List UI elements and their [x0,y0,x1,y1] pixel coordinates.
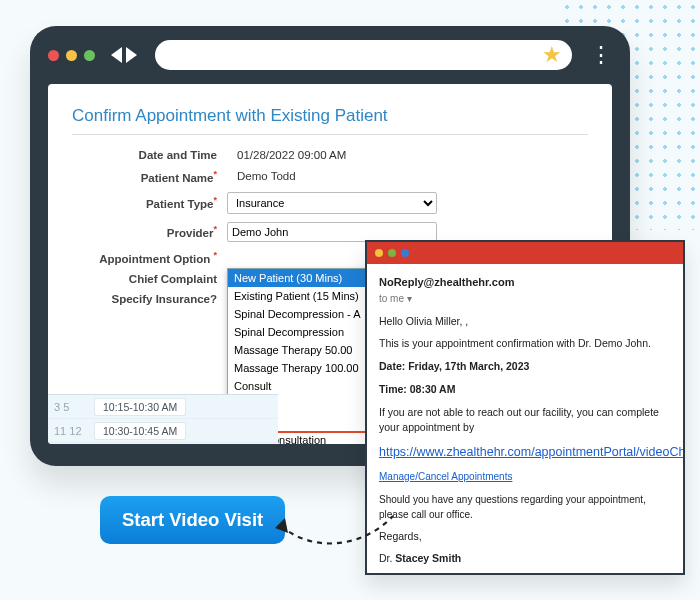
close-icon[interactable] [48,50,59,61]
forward-icon[interactable] [126,47,137,63]
timeslot-row[interactable]: 11 12 10:30-10:45 AM [48,419,278,443]
label-patient-name: Patient Name* [72,169,227,184]
slot-time: 10:15-10:30 AM [94,398,186,416]
value-datetime: 01/28/2022 09:00 AM [227,149,588,161]
email-from: NoReply@zhealthehr.com [379,274,671,291]
value-patient-name: Demo Todd [227,170,588,182]
label-specify-insurance: Specify Insurance? [72,293,227,305]
email-time: Time: 08:30 AM [379,382,671,398]
maximize-icon[interactable] [84,50,95,61]
divider [72,134,588,135]
timeslot-strip: 3 5 10:15-10:30 AM 11 12 10:30-10:45 AM [48,394,278,444]
back-icon[interactable] [111,47,122,63]
slot-num: 3 5 [54,401,84,413]
label-provider: Provider* [72,224,227,239]
email-cannot: If you are not able to reach out our fac… [379,405,671,437]
value-provider [227,222,588,242]
row-datetime: Date and Time 01/28/2022 09:00 AM [72,149,588,161]
timeslot-row[interactable]: 3 5 10:15-10:30 AM [48,395,278,419]
label-chief-complaint: Chief Complaint [72,273,227,285]
email-tome[interactable]: to me ▾ [379,291,671,306]
email-greeting: Hello Olivia Miller, , [379,314,671,330]
value-patient-type: Insurance [227,192,588,214]
email-window: NoReply@zhealthehr.com to me ▾ Hello Oli… [365,240,685,575]
row-patient-name: Patient Name* Demo Todd [72,169,588,184]
email-titlebar [367,242,683,264]
slot-time: 10:30-10:45 AM [94,422,186,440]
email-questions: Should you have any questions regarding … [379,492,671,522]
more-menu-icon[interactable]: ⋮ [590,51,612,60]
provider-input[interactable] [227,222,437,242]
email-video-link[interactable]: https://www.zhealthehr.com/appointmentPo… [379,445,685,459]
row-provider: Provider* [72,222,588,242]
label-patient-type: Patient Type* [72,195,227,210]
patient-type-select[interactable]: Insurance [227,192,437,214]
email-intro: This is your appointment confirmation wi… [379,336,671,352]
mail-dot-icon [401,249,409,257]
label-appointment-option: Appointment Option * [72,250,227,265]
email-addr: 100 Main St, San Francisco, CA 94105 [379,574,671,575]
mail-dot-icon [388,249,396,257]
window-controls[interactable] [48,50,95,61]
form-title: Confirm Appointment with Existing Patien… [72,106,588,126]
email-body: NoReply@zhealthehr.com to me ▾ Hello Oli… [367,264,683,575]
url-bar[interactable]: ★ [155,40,572,70]
email-manage-link[interactable]: Manage/Cancel Appointments [379,471,512,482]
bookmark-star-icon[interactable]: ★ [542,42,562,68]
titlebar: ★ ⋮ [30,26,630,84]
email-regards: Regards, [379,529,671,545]
label-datetime: Date and Time [72,149,227,161]
slot-num: 11 12 [54,425,84,437]
email-signer: Dr. Stacey Smith [379,551,671,567]
nav-arrows [111,47,137,63]
start-video-visit-button[interactable]: Start Video Visit [100,496,285,544]
minimize-icon[interactable] [66,50,77,61]
email-date: Date: Friday, 17th March, 2023 [379,359,671,375]
mail-dot-icon [375,249,383,257]
row-patient-type: Patient Type* Insurance [72,192,588,214]
